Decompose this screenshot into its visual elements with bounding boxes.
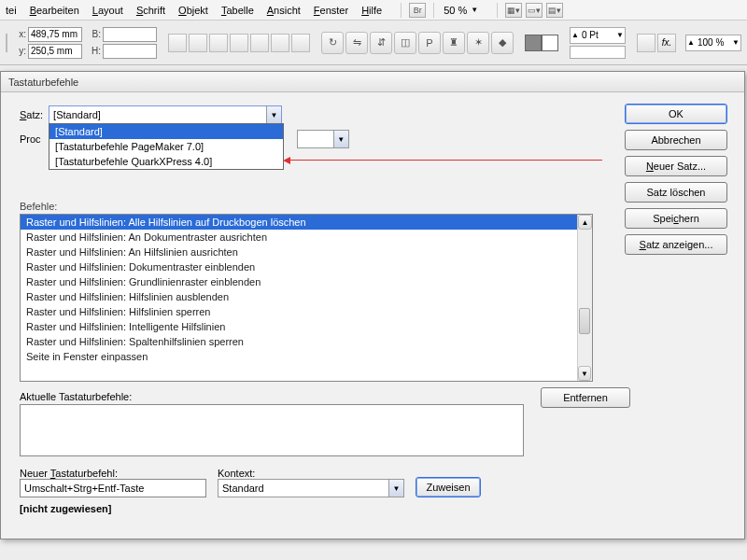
stroke-style[interactable] <box>570 46 626 59</box>
satz-option[interactable]: [Standard] <box>49 124 283 139</box>
new-set-button[interactable]: Neuer Satz... <box>625 156 727 176</box>
scroll-thumb[interactable] <box>579 308 590 334</box>
product-area-label: Proc <box>20 133 41 145</box>
satz-dropdown: [Standard] [Tastaturbefehle PageMaker 7.… <box>49 123 284 170</box>
drop-shadow-icon[interactable] <box>637 34 655 52</box>
new-shortcut-input[interactable] <box>20 479 206 497</box>
effects-icon[interactable]: ✶ <box>467 32 489 54</box>
fx-icon[interactable]: fx. <box>657 34 676 52</box>
list-item[interactable]: Raster und Hilfslinien: Hilfslinien sper… <box>21 304 577 319</box>
satz-combo[interactable]: [Standard] ▼ [Standard] [Tastaturbefehle… <box>49 105 282 124</box>
toolbar-icon[interactable] <box>209 34 228 52</box>
pathfinder-icon[interactable]: ◆ <box>491 32 514 54</box>
y-field[interactable] <box>28 44 82 59</box>
stroke-swatch[interactable] <box>542 35 558 51</box>
satz-option[interactable]: [Tastaturbefehle PageMaker 7.0] <box>49 139 283 154</box>
toolbar-icon[interactable] <box>291 34 310 52</box>
stroke-weight[interactable]: ▲▼ <box>570 27 626 44</box>
current-shortcuts-box[interactable] <box>20 404 524 456</box>
annotation-arrow <box>285 160 602 161</box>
menu-hilfe[interactable]: Hilfe <box>361 5 382 16</box>
remove-button[interactable]: Entfernen <box>541 387 630 408</box>
save-button[interactable]: Speichern <box>625 208 727 229</box>
list-item[interactable]: Raster und Hilfslinien: An Dokumentraste… <box>21 230 577 245</box>
scroll-down-icon[interactable]: ▼ <box>578 366 591 381</box>
menu-objekt[interactable]: Objekt <box>178 5 208 16</box>
menu-layout[interactable]: Layout <box>92 5 123 16</box>
new-shortcut-label: Neuer Tastaturbefehl: <box>20 468 206 479</box>
x-field[interactable] <box>28 27 82 42</box>
fill-swatch[interactable] <box>525 35 542 51</box>
opacity-input[interactable] <box>696 36 731 49</box>
zoom-level[interactable]: 50 % <box>444 5 467 16</box>
h-label: H: <box>88 46 101 56</box>
menu-schrift[interactable]: Schrift <box>136 5 165 16</box>
ok-button[interactable]: OK <box>625 104 727 124</box>
assign-button[interactable]: Zuweisen <box>416 477 481 497</box>
toolbar-icon[interactable] <box>189 34 207 52</box>
satz-label: Satz: <box>20 109 43 120</box>
chevron-down-icon[interactable]: ▼ <box>333 131 348 147</box>
context-label: Kontext: <box>218 468 404 479</box>
list-item[interactable]: Raster und Hilfslinien: Spaltenhilfslini… <box>21 334 577 349</box>
p-icon[interactable]: P <box>418 32 441 54</box>
dialog-title: Tastaturbefehle <box>1 72 744 92</box>
show-set-button[interactable]: Satz anzeigen... <box>625 234 727 255</box>
menu-tabelle[interactable]: Tabelle <box>221 5 254 16</box>
scroll-up-icon[interactable]: ▲ <box>578 215 592 230</box>
menubar: tei Bearbeiten Layout Schrift Objekt Tab… <box>0 0 747 21</box>
product-area-combo[interactable]: ▼ <box>297 130 349 148</box>
delete-set-button[interactable]: Satz löschen <box>625 182 727 203</box>
stroke-weight-input[interactable] <box>580 29 615 42</box>
bridge-icon[interactable]: Br <box>409 3 426 18</box>
satz-option[interactable]: [Tastaturbefehle QuarkXPress 4.0] <box>49 154 283 169</box>
chevron-down-icon[interactable]: ▼ <box>388 480 403 497</box>
menu-fenster[interactable]: Fenster <box>314 5 348 16</box>
list-item[interactable]: Raster und Hilfslinien: Alle Hilfslinien… <box>21 215 577 230</box>
list-item[interactable]: Raster und Hilfslinien: Intelligente Hil… <box>21 319 577 334</box>
commands-list[interactable]: Raster und Hilfslinien: Alle Hilfslinien… <box>20 214 593 382</box>
y-label: y: <box>13 46 26 56</box>
screen-mode-icon[interactable]: ▭▾ <box>526 3 543 18</box>
control-panel: x: y: B: H: ↻ ⇋ ⇵ ◫ P ♜ ✶ ◆ <box>0 21 747 65</box>
width-field[interactable] <box>103 27 157 42</box>
select-container-icon[interactable]: ◫ <box>394 32 416 54</box>
flip-v-icon[interactable]: ⇵ <box>370 32 392 54</box>
reference-point-icon[interactable] <box>6 34 7 52</box>
list-item[interactable]: Raster und Hilfslinien: Grundlinienraste… <box>21 274 577 289</box>
x-label: x: <box>13 29 26 39</box>
unassigned-label: [nicht zugewiesen] <box>20 503 731 514</box>
context-combo[interactable]: Standard ▼ <box>218 479 404 497</box>
toolbar-icon[interactable] <box>271 34 289 52</box>
b-label: B: <box>88 29 101 39</box>
view-options-icon[interactable]: ▦▾ <box>505 3 522 18</box>
align-icon[interactable]: ♜ <box>443 32 465 54</box>
scrollbar[interactable]: ▲ ▼ <box>577 215 592 381</box>
rotate-icon[interactable]: ↻ <box>321 32 344 54</box>
list-item[interactable]: Seite in Fenster einpassen <box>21 349 577 364</box>
arrange-icon[interactable]: ▤▾ <box>546 3 563 18</box>
toolbar-icon[interactable] <box>230 34 248 52</box>
context-value: Standard <box>218 483 388 494</box>
menu-bearbeiten[interactable]: Bearbeiten <box>30 5 79 16</box>
toolbar-icon[interactable] <box>250 34 269 52</box>
chevron-down-icon[interactable]: ▼ <box>266 106 281 123</box>
cancel-button[interactable]: Abbrechen <box>625 130 727 150</box>
list-item[interactable]: Raster und Hilfslinien: An Hilfslinien a… <box>21 245 577 259</box>
menu-ansicht[interactable]: Ansicht <box>267 5 301 16</box>
menu-datei[interactable]: tei <box>6 5 17 16</box>
list-item[interactable]: Raster und Hilfslinien: Dokumentraster e… <box>21 259 577 274</box>
flip-h-icon[interactable]: ⇋ <box>345 32 368 54</box>
opacity[interactable]: ▲▼ <box>685 35 741 51</box>
satz-combo-value: [Standard] <box>49 109 266 120</box>
keyboard-shortcuts-dialog: Tastaturbefehle OK Abbrechen Neuer Satz.… <box>0 71 745 539</box>
toolbar-icon[interactable] <box>168 34 187 52</box>
fill-stroke-swatches[interactable] <box>525 35 558 51</box>
list-item[interactable]: Raster und Hilfslinien: Hilfslinien ausb… <box>21 289 577 304</box>
height-field[interactable] <box>103 44 157 59</box>
